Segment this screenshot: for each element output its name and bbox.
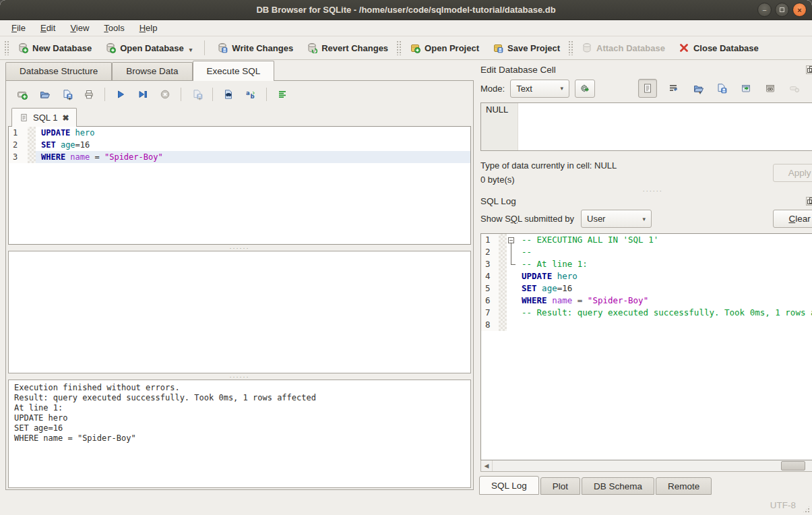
toolbar-handle[interactable]	[568, 40, 573, 55]
left-arrow-icon[interactable]: ◀	[481, 460, 493, 471]
save-file-icon	[62, 89, 73, 100]
tab-db-schema[interactable]: DB Schema	[582, 477, 654, 495]
tab-remote[interactable]: Remote	[656, 477, 712, 495]
clear-log-button[interactable]: Clear	[773, 210, 812, 228]
submitted-by-select[interactable]: User ▾	[581, 210, 652, 228]
print-button[interactable]	[82, 87, 96, 102]
execution-messages[interactable]: Execution finished without errors.Result…	[8, 380, 471, 488]
splitter-handle[interactable]: ······	[478, 187, 812, 193]
find-replace-button[interactable]	[221, 87, 236, 102]
menu-tools[interactable]: Tools	[98, 22, 130, 34]
code-text: -- EXECUTING ALL IN 'SQL 1'	[516, 234, 812, 246]
new-database-button[interactable]: New Database	[11, 39, 98, 57]
sql-log-dock-header: SQL Log ✕	[478, 193, 812, 208]
splitter-handle[interactable]: ······	[8, 245, 471, 251]
text-document-icon	[642, 83, 653, 94]
close-database-button[interactable]: Close Database	[672, 39, 766, 57]
titlebar[interactable]: DB Browser for SQLite - /home/user/code/…	[0, 0, 812, 20]
format-sql-button[interactable]	[275, 87, 290, 102]
tab-plot[interactable]: Plot	[540, 477, 580, 495]
editor-margin	[499, 258, 507, 270]
play-icon	[115, 89, 126, 100]
message-line: UPDATE hero	[14, 413, 465, 423]
stop-button[interactable]	[158, 87, 173, 102]
mode-select[interactable]: Text ▾	[510, 80, 569, 98]
fold-marker	[507, 258, 516, 270]
revert-changes-button[interactable]: Revert Changes	[300, 39, 395, 57]
window-title: DB Browser for SQLite - /home/user/code/…	[0, 5, 812, 15]
open-database-button[interactable]: Open Database ▾	[98, 39, 199, 57]
attach-database-button[interactable]: Attach Database	[575, 39, 672, 57]
execute-all-button[interactable]	[113, 87, 128, 102]
editor-margin	[499, 246, 507, 258]
import-data-button[interactable]: ▾	[689, 80, 706, 96]
code-text: -- At line 1:	[516, 258, 812, 270]
save-project-button[interactable]: Save Project	[486, 39, 567, 57]
format-sql-icon	[277, 89, 288, 100]
auto-completion-button[interactable]	[243, 87, 258, 102]
line-number: 3	[481, 258, 499, 270]
editor-margin	[499, 319, 507, 331]
splitter-handle[interactable]: ······	[8, 373, 471, 380]
execute-current-line-button[interactable]	[135, 87, 150, 102]
save-data-button[interactable]	[714, 80, 730, 96]
tab-sql-log[interactable]: SQL Log	[479, 476, 539, 495]
minimize-button[interactable]: −	[757, 3, 772, 17]
export-results-icon	[192, 89, 203, 100]
fold-marker[interactable]	[507, 234, 516, 246]
menu-edit[interactable]: Edit	[34, 22, 61, 34]
scrollbar-thumb[interactable]	[781, 461, 805, 471]
text-mode-button[interactable]	[638, 79, 657, 98]
editor-margin	[499, 307, 507, 319]
apply-button[interactable]: Apply	[773, 164, 812, 182]
chevron-down-icon: ▾	[642, 216, 646, 222]
open-sql-file-button[interactable]	[37, 87, 52, 102]
set-link-button[interactable]	[762, 80, 778, 96]
save-sql-file-button[interactable]: ▾	[59, 87, 74, 102]
menu-help[interactable]: Help	[133, 22, 164, 34]
resize-grip[interactable]	[802, 505, 811, 514]
line-number: 8	[481, 319, 499, 331]
open-project-button[interactable]: Open Project	[403, 39, 486, 57]
sql-1-tab[interactable]: SQL 1 ✖	[11, 108, 77, 127]
float-dock-button[interactable]	[806, 197, 812, 206]
set-null-button[interactable]	[786, 80, 803, 96]
sql-log-editor[interactable]: 1-- EXECUTING ALL IN 'SQL 1'2--3-- At li…	[480, 233, 812, 460]
maximize-button[interactable]	[775, 3, 789, 17]
word-wrap-button[interactable]	[665, 80, 681, 96]
app-window: DB Browser for SQLite - /home/user/code/…	[0, 0, 812, 515]
sql-log-line: 7-- Result: query executed successfully.…	[481, 307, 812, 319]
work-area: Database Structure Browse Data Execute S…	[0, 60, 812, 495]
cell-editor-toolbar: ▾	[638, 79, 812, 98]
auto-switch-mode-button[interactable]	[575, 80, 595, 98]
sql-editor[interactable]: 1UPDATE hero2SET age=163WHERE name = "Sp…	[8, 126, 471, 245]
code-text	[516, 319, 812, 331]
cell-value-editor[interactable]: NULL	[480, 102, 812, 151]
float-dock-button[interactable]	[806, 65, 812, 74]
toolbar-handle[interactable]	[396, 40, 402, 55]
new-sql-tab-button[interactable]	[15, 87, 30, 102]
editor-margin	[28, 139, 36, 151]
left-panel: Database Structure Browse Data Execute S…	[0, 60, 474, 495]
horizontal-scrollbar[interactable]: ◀ ▶	[480, 460, 812, 472]
tab-execute-sql[interactable]: Execute SQL	[193, 61, 275, 81]
menu-file[interactable]: File	[5, 22, 32, 34]
message-line: SET age=16	[14, 423, 465, 433]
close-icon: ×	[797, 6, 801, 14]
export-data-button[interactable]	[738, 80, 754, 96]
tab-browse-data[interactable]: Browse Data	[112, 62, 192, 80]
export-window-icon	[741, 83, 751, 94]
main-tab-bar: Database Structure Browse Data Execute S…	[5, 60, 474, 80]
message-line: Result: query executed successfully. Too…	[14, 393, 465, 403]
line-number: 5	[481, 282, 499, 295]
results-grid[interactable]	[8, 251, 471, 373]
menu-view[interactable]: View	[64, 22, 95, 34]
write-changes-button[interactable]: Write Changes	[210, 39, 300, 57]
message-line: At line 1:	[14, 403, 465, 413]
export-results-button[interactable]: ▾	[189, 87, 204, 102]
dropdown-caret-icon: ▾	[198, 96, 201, 102]
close-tab-icon[interactable]: ✖	[62, 113, 69, 123]
toolbar-handle[interactable]	[4, 40, 9, 55]
tab-database-structure[interactable]: Database Structure	[5, 62, 112, 80]
close-button[interactable]: ×	[792, 3, 807, 17]
